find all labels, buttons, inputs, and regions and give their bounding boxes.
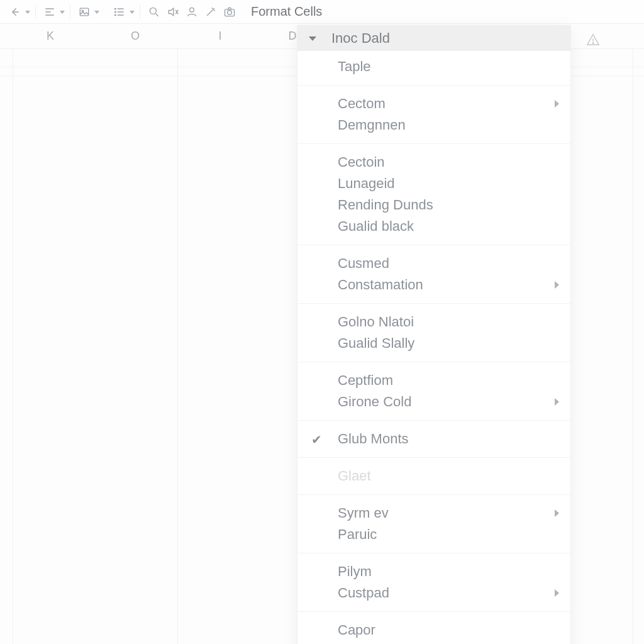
- menu-item-label: Syrm ev: [338, 505, 389, 521]
- align-group[interactable]: [41, 3, 65, 21]
- dropdown-header[interactable]: Inoc Dald: [297, 26, 570, 51]
- menu-item-label: Girone Cold: [338, 394, 411, 410]
- chevron-right-icon: [555, 509, 559, 517]
- menu-item[interactable]: Ceptfiom: [297, 370, 570, 391]
- column-header[interactable]: I: [182, 30, 258, 43]
- menu-item-label: Pilym: [338, 564, 372, 580]
- menu-title: Format Cells: [251, 4, 322, 19]
- menu-item[interactable]: Cusmed: [297, 253, 570, 274]
- menu-item[interactable]: Gualid Slally: [297, 333, 570, 354]
- menu-item-label: Lunageid: [338, 175, 395, 192]
- menu-divider: [297, 85, 570, 86]
- svg-point-4: [115, 14, 116, 16]
- menu-item-label: Capor: [338, 622, 375, 638]
- chevron-down-icon: [25, 11, 30, 14]
- svg-point-3: [115, 11, 116, 13]
- separator: [140, 5, 140, 19]
- menu-item-label: Demgnnen: [338, 117, 406, 133]
- menu-divider: [297, 245, 570, 245]
- warning-icon: [586, 33, 600, 49]
- menu-item-label: Cectoin: [338, 154, 385, 170]
- chevron-down-icon: [130, 11, 135, 14]
- menu-divider: [297, 362, 570, 362]
- svg-point-5: [150, 8, 156, 14]
- menu-item[interactable]: Girone Cold: [297, 391, 570, 413]
- menu-item-label: Glaet: [338, 468, 371, 484]
- menu-item-label: Paruic: [338, 526, 377, 543]
- menu-item-label: Gualid Slally: [338, 335, 414, 352]
- menu-item-label: Glub Monts: [338, 431, 409, 447]
- chevron-right-icon: [555, 398, 559, 406]
- search-icon[interactable]: [145, 3, 163, 21]
- svg-point-8: [228, 10, 232, 14]
- mute-icon[interactable]: [164, 3, 182, 21]
- list-group[interactable]: [111, 3, 135, 21]
- menu-item[interactable]: ✔Glub Monts: [297, 428, 570, 450]
- separator: [35, 5, 36, 19]
- menu-divider: [297, 611, 570, 612]
- menu-item[interactable]: Golno Nlatoi: [297, 311, 570, 333]
- chevron-right-icon: [555, 589, 559, 597]
- user-icon[interactable]: [183, 3, 201, 21]
- chevron-down-icon: [60, 11, 65, 14]
- menu-divider: [297, 420, 570, 421]
- menu-item[interactable]: Custpad: [297, 582, 570, 604]
- dropdown-header-label: Inoc Dald: [331, 30, 390, 47]
- toolbar: Format Cells: [0, 0, 644, 24]
- back-group[interactable]: [6, 3, 30, 21]
- menu-item-label: Cusmed: [338, 255, 389, 272]
- magic-icon[interactable]: [202, 3, 219, 21]
- menu-item[interactable]: Paruic: [297, 524, 570, 545]
- menu-item[interactable]: Demgnnen: [297, 114, 570, 136]
- svg-rect-0: [80, 8, 88, 16]
- menu-item-label: Ceptfiom: [338, 372, 393, 389]
- svg-point-6: [190, 8, 194, 12]
- menu-item[interactable]: Lunageid: [297, 173, 570, 194]
- chevron-down-icon: [309, 36, 316, 41]
- menu-divider: [297, 553, 570, 553]
- menu-item-label: Golno Nlatoi: [338, 314, 414, 330]
- menu-item[interactable]: Constamation: [297, 274, 570, 296]
- menu-item[interactable]: Cectoin: [297, 152, 570, 173]
- menu-item-label: Taple: [338, 58, 371, 75]
- menu-item-label: Rending Dunds: [338, 197, 433, 213]
- menu-item-label: Cectom: [338, 96, 386, 112]
- chevron-right-icon: [555, 281, 559, 289]
- menu-item[interactable]: Rending Dunds: [297, 194, 570, 216]
- menu-item[interactable]: Pilym: [297, 561, 570, 582]
- image-group[interactable]: [75, 3, 99, 21]
- menu-item-label: Custpad: [338, 585, 389, 601]
- menu-item[interactable]: Gualid black: [297, 216, 570, 237]
- menu-item[interactable]: Taple: [297, 56, 570, 77]
- menu-divider: [297, 143, 570, 144]
- back-arrow-icon: [6, 3, 24, 21]
- align-lines-icon: [41, 3, 58, 21]
- menu-item[interactable]: Capor: [297, 619, 570, 641]
- camera-icon[interactable]: [221, 3, 238, 21]
- menu-divider: [297, 457, 570, 458]
- menu-item-label: Constamation: [338, 277, 423, 293]
- svg-point-2: [115, 8, 116, 9]
- menu-item[interactable]: Cectom: [297, 93, 570, 114]
- format-dropdown: Inoc Dald TapleCectomDemgnnenCectoinLuna…: [297, 25, 571, 644]
- image-icon: [75, 3, 93, 21]
- svg-point-9: [592, 43, 593, 43]
- chevron-down-icon: [94, 11, 99, 14]
- list-icon: [111, 3, 128, 21]
- menu-divider: [297, 494, 570, 495]
- separator: [70, 5, 70, 19]
- menu-item-label: Gualid black: [338, 218, 414, 235]
- menu-item: Glaet: [297, 465, 570, 487]
- menu-divider: [297, 303, 570, 304]
- check-icon: ✔: [311, 432, 322, 447]
- column-header[interactable]: O: [88, 30, 182, 43]
- menu-item[interactable]: Nlasd: [297, 641, 570, 644]
- chevron-right-icon: [555, 100, 559, 108]
- column-header[interactable]: K: [13, 30, 88, 43]
- menu-item[interactable]: Syrm ev: [297, 502, 570, 524]
